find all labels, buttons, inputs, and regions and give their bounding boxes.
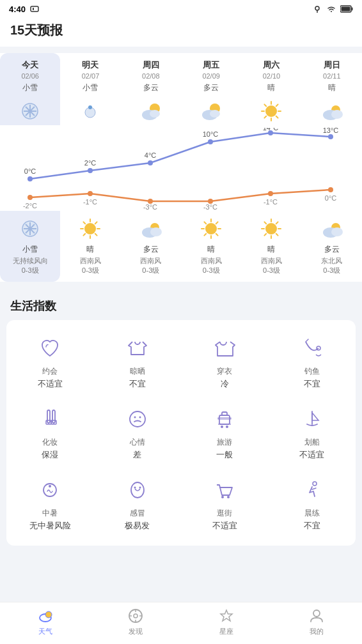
- android-icon: [29, 4, 40, 14]
- life-label: 逛街: [217, 508, 232, 519]
- life-icon-travel: [210, 405, 239, 433]
- nav-item-star[interactable]: 星座: [218, 608, 235, 636]
- wifi-icon: [326, 4, 336, 14]
- nav-label: 星座: [219, 627, 233, 636]
- svg-line-80: [205, 234, 207, 236]
- life-icon-fishing: [298, 334, 326, 362]
- life-label: 约会: [42, 366, 58, 377]
- life-value: 一般: [216, 449, 233, 461]
- life-value: 冷: [221, 378, 229, 390]
- life-item-heatstroke[interactable]: 中暑 无中暑风险: [6, 468, 94, 539]
- svg-line-65: [84, 222, 86, 224]
- bottom-wind: 西南风: [201, 256, 222, 266]
- day-col-top-3: 周五 02/09 多云: [181, 53, 241, 125]
- day-name: 明天: [82, 59, 98, 71]
- weather-icon: [318, 97, 346, 125]
- life-item-shopping[interactable]: 逛街 不适宜: [181, 468, 269, 539]
- life-item-travel[interactable]: 旅游 一般: [181, 397, 269, 468]
- life-item-shirt[interactable]: 晾晒 不宜: [94, 326, 182, 397]
- life-item-mood[interactable]: 心情 差: [94, 397, 182, 468]
- svg-point-108: [131, 482, 144, 498]
- day-col-top-2: 周四 02/08 多云: [121, 53, 181, 125]
- bottom-desc: 晴: [86, 244, 94, 255]
- life-item-heart[interactable]: 约会 不适宜: [6, 326, 94, 397]
- svg-rect-102: [218, 418, 231, 419]
- nav-item-weather[interactable]: 天气: [37, 608, 54, 636]
- life-item-cold[interactable]: 感冒 极易发: [94, 468, 182, 539]
- life-value: 不宜: [304, 378, 320, 390]
- weather-days-bottom: 小雪 无持续风向 0-3级 晴 西南风 0-3级 多云 西南风 0-3级: [0, 211, 362, 282]
- svg-line-24: [265, 104, 267, 106]
- day-desc: 小雪: [83, 82, 98, 93]
- svg-point-99: [134, 417, 136, 418]
- life-icon-sailing: [298, 405, 326, 433]
- bottom-wind-level: 0-3级: [82, 266, 99, 275]
- bottom-wind: 西南风: [140, 256, 161, 266]
- bottom-wind-level: 0-3级: [142, 266, 159, 275]
- nav-label: 天气: [38, 627, 52, 636]
- bottom-wind-level: 0-3级: [263, 266, 280, 275]
- nav-item-discover[interactable]: 发现: [127, 608, 144, 636]
- bottom-wind-level: 0-3级: [203, 266, 220, 275]
- svg-point-31: [28, 176, 33, 181]
- nav-label: 我的: [310, 627, 324, 636]
- svg-point-104: [226, 425, 228, 428]
- day-desc: 多云: [143, 82, 159, 93]
- life-index-section: 生活指数 约会 不适宜 晾晒 不宜 穿衣 冷 钓鱼: [0, 288, 362, 546]
- page-title: 15天预报: [10, 23, 63, 37]
- location-icon: [312, 4, 322, 14]
- day-name: 周六: [263, 59, 279, 71]
- nav-item-profile[interactable]: 我的: [308, 608, 325, 636]
- svg-line-26: [276, 104, 278, 106]
- svg-point-32: [88, 168, 93, 173]
- svg-rect-4: [352, 8, 353, 11]
- bottom-weather-icon: [77, 216, 103, 241]
- life-value: 不适宜: [38, 378, 63, 390]
- time-display: 4:40: [9, 4, 26, 14]
- svg-rect-1: [33, 8, 34, 10]
- svg-point-33: [148, 160, 153, 165]
- life-label: 穿衣: [217, 366, 232, 377]
- bottom-wind-level: 0-3级: [22, 266, 39, 275]
- life-icon-mood: [123, 405, 152, 433]
- bottom-wind: 西南风: [261, 256, 282, 266]
- svg-rect-0: [31, 6, 38, 12]
- day-col-top-5: 周日 02/11 晴: [302, 53, 362, 125]
- svg-marker-122: [221, 610, 232, 621]
- svg-rect-94: [47, 410, 50, 423]
- life-index-grid: 约会 不适宜 晾晒 不宜 穿衣 冷 钓鱼 不宜: [6, 326, 356, 539]
- bottom-desc: 晴: [267, 244, 275, 255]
- life-value: 极易发: [125, 520, 150, 532]
- day-desc: 晴: [328, 82, 336, 93]
- day-name: 周五: [203, 59, 219, 71]
- battery-icon: [340, 5, 353, 13]
- bottom-weather-icon: [319, 216, 345, 241]
- svg-point-107: [49, 485, 51, 487]
- life-value: 差: [133, 449, 141, 461]
- life-value: 不宜: [304, 520, 320, 532]
- svg-text:0°C: 0°C: [24, 167, 36, 175]
- bottom-desc: 小雪: [22, 244, 38, 255]
- life-item-tshirt[interactable]: 穿衣 冷: [181, 326, 269, 397]
- weather-forecast-card: 今天 02/06 小雪 明天 02/07 小雪 周四 02/08 多云 周五 0…: [0, 53, 362, 282]
- svg-line-78: [216, 234, 218, 236]
- day-date: 02/08: [142, 72, 160, 80]
- svg-text:10°C: 10°C: [203, 130, 219, 138]
- svg-point-92: [331, 227, 343, 236]
- svg-point-12: [88, 105, 92, 109]
- day-desc: 多云: [203, 82, 219, 93]
- svg-point-110: [139, 487, 141, 489]
- bottom-desc: 多云: [324, 244, 340, 255]
- svg-text:-3°C: -3°C: [203, 203, 217, 211]
- life-item-exercise[interactable]: 晨练 不宜: [269, 468, 356, 539]
- day-date: 02/07: [82, 72, 100, 80]
- life-item-fishing[interactable]: 钓鱼 不宜: [269, 326, 356, 397]
- life-icon-heart: [36, 334, 64, 362]
- svg-text:4°C: 4°C: [145, 151, 157, 159]
- weather-days-top: 今天 02/06 小雪 明天 02/07 小雪 周四 02/08 多云 周五 0…: [0, 53, 362, 125]
- life-item-makeup[interactable]: 化妆 保湿: [6, 397, 94, 468]
- day-col-bottom-2: 多云 西南风 0-3级: [121, 211, 181, 282]
- svg-point-34: [208, 139, 213, 144]
- life-item-sailing[interactable]: 划船 不适宜: [269, 397, 356, 468]
- life-icon-heatstroke: [36, 476, 64, 504]
